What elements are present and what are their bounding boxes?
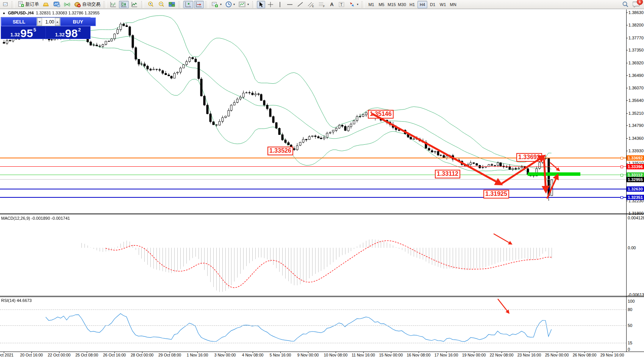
- price-level-line-1.32630[interactable]: [0, 189, 626, 189]
- clipped-chart-icon[interactable]: [2, 1, 10, 8]
- autotrading-icon: [74, 2, 81, 8]
- volume-input[interactable]: [42, 18, 55, 26]
- zoom-in-button[interactable]: [146, 1, 156, 8]
- price-tick-label: 1.35210: [628, 111, 644, 116]
- channel-icon: E: [307, 2, 314, 8]
- macd-label: MACD(12,26,9) -0.001890 -0.001741: [1, 216, 70, 220]
- timeframe-button-m30[interactable]: M30: [397, 1, 407, 8]
- search-icon[interactable]: [622, 1, 629, 8]
- periods-menu-button[interactable]: ▾: [224, 1, 236, 8]
- zoom-in-icon: [147, 1, 154, 8]
- time-axis-label: 9 Nov 00:00: [297, 353, 319, 357]
- text-button[interactable]: A: [328, 1, 336, 8]
- price-tick-label: 1.34360: [628, 136, 644, 141]
- label-tool-icon: T: [338, 2, 345, 8]
- buy-price[interactable]: 1.32 98 2: [46, 27, 90, 39]
- time-axis-label: 28 Oct 00:00: [131, 353, 153, 357]
- signals-button[interactable]: [63, 1, 72, 8]
- price-annotation-1.33692[interactable]: 1.33692: [516, 153, 542, 162]
- timeframe-button-m5[interactable]: M5: [377, 1, 386, 8]
- timeframe-button-m15[interactable]: M15: [387, 1, 397, 8]
- price-annotation-1.35146[interactable]: 1.35146: [368, 110, 394, 119]
- chart-shift-button[interactable]: [183, 1, 193, 8]
- rsi-axis-label: 100: [628, 299, 635, 303]
- timeframe-button-mn[interactable]: MN: [448, 1, 458, 8]
- label-button[interactable]: T: [337, 1, 347, 8]
- arrows-menu-button[interactable]: ▾: [347, 1, 360, 8]
- new-chart-icon: [212, 2, 219, 8]
- candlestick-chart-icon: [120, 2, 127, 8]
- horizontal-line-button[interactable]: [285, 1, 295, 8]
- trendline-button[interactable]: [295, 1, 305, 8]
- bar-chart-button[interactable]: [108, 1, 118, 8]
- price-tick: [626, 138, 628, 139]
- line-anchor-handle[interactable]: [621, 157, 623, 159]
- monitor-chart-icon: [53, 2, 60, 7]
- new-chart-button[interactable]: ▾: [210, 1, 223, 8]
- tile-windows-button[interactable]: [167, 1, 177, 8]
- vertical-line-button[interactable]: [276, 1, 284, 8]
- trendline-icon: [297, 2, 303, 7]
- price-tick-label: 1.36490: [628, 73, 644, 78]
- price-annotation-1.31925[interactable]: 1.31925: [483, 190, 509, 199]
- timeframe-button-h1[interactable]: H1: [407, 1, 417, 8]
- time-axis-label: 26 Nov 08:00: [573, 353, 596, 357]
- buy-button[interactable]: BUY: [60, 17, 96, 26]
- line-anchor-handle[interactable]: [621, 196, 623, 199]
- new-order-button[interactable]: 新订单: [16, 1, 41, 8]
- price-annotation-1.33526[interactable]: 1.33526: [267, 147, 293, 155]
- sell-price[interactable]: 1.32 95 5: [1, 27, 46, 39]
- timeframe-button-m1[interactable]: M1: [366, 1, 376, 8]
- crosshair-button[interactable]: [266, 1, 275, 8]
- buy-price-pip: 2: [78, 27, 81, 33]
- macd-axis-label: 0.004128: [628, 216, 644, 220]
- candlestick-chart-button[interactable]: [119, 1, 129, 8]
- indicators-menu-button[interactable]: ▾: [237, 1, 250, 8]
- autotrading-button[interactable]: 自动交易: [73, 1, 102, 8]
- charts-window-button[interactable]: [52, 1, 62, 8]
- volume-increase-button[interactable]: ▲: [55, 18, 60, 26]
- price-tick: [626, 100, 628, 101]
- price-level-line-1.32351[interactable]: [0, 197, 626, 198]
- bar-chart-icon: [110, 2, 117, 8]
- price-tick: [626, 38, 628, 38]
- horizontal-line-icon: [286, 2, 293, 7]
- price-level-line-1.32955[interactable]: [0, 179, 626, 180]
- timeframe-button-h4[interactable]: H4: [417, 1, 427, 8]
- collapse-icon[interactable]: ▲: [2, 11, 6, 15]
- zoom-out-button[interactable]: [156, 1, 166, 8]
- channel-button[interactable]: E: [306, 1, 316, 8]
- pane-separator[interactable]: [0, 296, 644, 297]
- line-anchor-handle[interactable]: [621, 166, 623, 168]
- sell-button[interactable]: SELL: [1, 17, 37, 26]
- support-zone-bar[interactable]: [528, 172, 580, 176]
- time-axis-label: 15 Nov 00:00: [379, 353, 403, 357]
- toolbar-separator: [252, 1, 255, 8]
- price-axis-tag-1.32955: 1.32955: [627, 177, 644, 182]
- volume-decrease-button[interactable]: ▼: [37, 18, 42, 26]
- rsi-pane-canvas[interactable]: [0, 297, 626, 352]
- timeframe-button-d1[interactable]: D1: [428, 1, 438, 8]
- timeframe-button-w1[interactable]: W1: [438, 1, 448, 8]
- price-tick: [626, 113, 628, 114]
- text-tool-icon: A: [330, 2, 333, 7]
- chevron-down-icon: ▾: [357, 3, 358, 6]
- line-chart-button[interactable]: [130, 1, 139, 8]
- notifications-button[interactable]: 1: [633, 1, 640, 8]
- pane-separator[interactable]: [0, 213, 644, 214]
- time-axis-label: 5 Nov 16:00: [270, 353, 291, 357]
- price-tick: [626, 25, 628, 25]
- quotes-button[interactable]: [41, 1, 51, 8]
- auto-scroll-button[interactable]: [194, 1, 204, 8]
- gold-icon: [43, 2, 50, 7]
- crosshair-icon: [267, 2, 274, 8]
- price-level-line-1.33396[interactable]: [0, 166, 626, 167]
- chart-icon: [3, 2, 8, 8]
- rsi-level-line: [0, 343, 626, 343]
- fibonacci-button[interactable]: F: [317, 1, 327, 8]
- line-anchor-handle[interactable]: [621, 174, 623, 177]
- price-chart-canvas[interactable]: [0, 9, 626, 213]
- price-annotation-1.33112[interactable]: 1.33112: [435, 170, 460, 178]
- macd-pane-canvas[interactable]: [0, 214, 626, 296]
- cursor-button[interactable]: [257, 1, 265, 8]
